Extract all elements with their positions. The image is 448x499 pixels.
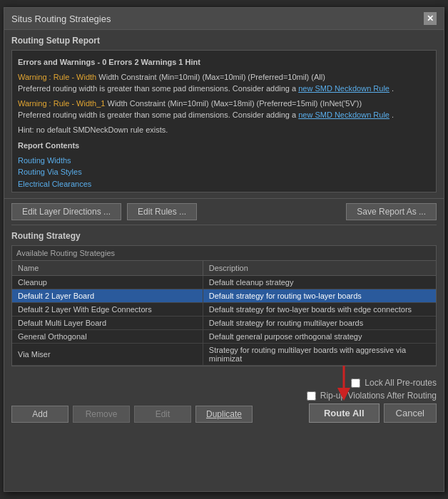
- table-row[interactable]: CleanupDefault cleanup strategy: [12, 276, 436, 289]
- button-row-1: Edit Layer Directions ... Edit Rules ...…: [4, 198, 444, 225]
- strategy-table-container: Available Routing Strategies Name Descri…: [11, 245, 437, 366]
- strategy-name: Default 2 Layer With Edge Connectors: [12, 303, 203, 317]
- warning-2-link[interactable]: new SMD Neckdown Rule: [298, 110, 390, 119]
- left-action-buttons: Add Remove Edit Duplicate: [11, 406, 253, 423]
- table-row[interactable]: Default 2 Layer BoardDefault strategy fo…: [12, 289, 436, 303]
- edit-button[interactable]: Edit: [134, 406, 191, 423]
- warning-1: Warning : Rule - Width Width Constraint …: [18, 71, 430, 95]
- right-controls: Lock All Pre-routes Rip-up Violations Af…: [307, 378, 437, 423]
- strategy-name: Cleanup: [12, 276, 203, 289]
- main-dialog: Situs Routing Strategies ✕ Routing Setup…: [4, 7, 444, 492]
- add-button[interactable]: Add: [11, 406, 68, 423]
- strategy-name: Default 2 Layer Board: [12, 289, 203, 303]
- cancel-button[interactable]: Cancel: [384, 403, 437, 423]
- hint-text: Hint: no default SMDNeckDown rule exists…: [18, 125, 168, 134]
- edit-layer-button[interactable]: Edit Layer Directions ...: [11, 203, 121, 220]
- warning-1-link[interactable]: new SMD Neckdown Rule: [298, 84, 390, 93]
- report-contents-header: Report Contents: [18, 140, 430, 152]
- bottom-buttons: Add Remove Edit Duplicate Lock All Pre-r…: [4, 372, 444, 428]
- strategy-name: Default Multi Layer Board: [12, 317, 203, 330]
- routing-setup-section: Routing Setup Report Errors and Warnings…: [4, 30, 444, 198]
- col-description: Description: [203, 261, 436, 276]
- route-all-button[interactable]: Route All: [309, 403, 380, 423]
- strategy-description: Default strategy for routing two-layer b…: [203, 289, 436, 303]
- route-arrow-icon: [322, 366, 365, 401]
- strategy-description: Default cleanup strategy: [203, 276, 436, 289]
- close-button[interactable]: ✕: [424, 12, 437, 25]
- title-bar: Situs Routing Strategies ✕: [4, 8, 444, 30]
- routing-strategy-title: Routing Strategy: [11, 231, 437, 241]
- strategy-description: Default strategy for two-layer boards wi…: [203, 303, 436, 317]
- duplicate-button[interactable]: Duplicate: [195, 406, 253, 423]
- strategy-description: Default strategy for routing multilayer …: [203, 317, 436, 330]
- warning-2-prefix: Warning : Rule - Width_1: [18, 99, 105, 108]
- remove-button[interactable]: Remove: [73, 406, 130, 423]
- warning-1-text2: Preferred routing width is greater than …: [18, 84, 298, 93]
- dialog-title: Situs Routing Strategies: [11, 14, 111, 24]
- strategy-name: General Orthogonal: [12, 330, 203, 344]
- report-item-3[interactable]: Electrical Clearances: [18, 178, 430, 190]
- available-label: Available Routing Strategies: [12, 246, 436, 261]
- table-header-row: Name Description: [12, 261, 436, 276]
- table-row[interactable]: Default 2 Layer With Edge ConnectorsDefa…: [12, 303, 436, 317]
- routing-setup-title: Routing Setup Report: [11, 36, 437, 46]
- strategy-table: Name Description CleanupDefault cleanup …: [12, 261, 436, 366]
- warning-2-suffix: .: [392, 110, 394, 119]
- strategy-name: Via Miser: [12, 344, 203, 366]
- table-row[interactable]: Via MiserStrategy for routing multilayer…: [12, 344, 436, 366]
- errors-header: Errors and Warnings - 0 Errors 2 Warning…: [18, 56, 430, 68]
- warning-2-body: Width Constraint (Min=10mil) (Max=18mil)…: [108, 99, 362, 108]
- warning-2: Warning : Rule - Width_1 Width Constrain…: [18, 98, 430, 121]
- lock-label: Lock All Pre-routes: [365, 378, 437, 388]
- warning-2-text2: Preferred routing width is greater than …: [18, 110, 298, 119]
- action-buttons: Route All Cancel: [309, 403, 437, 423]
- table-row[interactable]: Default Multi Layer BoardDefault strateg…: [12, 317, 436, 330]
- report-item-2[interactable]: Routing Via Styles: [18, 166, 430, 178]
- report-area-wrapper: Errors and Warnings - 0 Errors 2 Warning…: [11, 50, 437, 192]
- report-box[interactable]: Errors and Warnings - 0 Errors 2 Warning…: [11, 50, 437, 192]
- col-name: Name: [12, 261, 203, 276]
- warning-1-suffix: .: [392, 84, 394, 93]
- routing-strategy-section: Routing Strategy Available Routing Strat…: [4, 225, 444, 369]
- ripup-checkbox[interactable]: [307, 391, 316, 401]
- table-row[interactable]: General OrthogonalDefault general purpos…: [12, 330, 436, 344]
- edit-rules-button[interactable]: Edit Rules ...: [127, 203, 197, 220]
- strategy-description: Strategy for routing multilayer boards w…: [203, 344, 436, 366]
- save-report-button[interactable]: Save Report As ...: [346, 203, 437, 220]
- hint-row: Hint: no default SMDNeckDown rule exists…: [18, 124, 430, 136]
- warning-1-prefix: Warning : Rule - Width: [18, 73, 96, 81]
- report-item-1[interactable]: Routing Widths: [18, 155, 430, 167]
- warning-1-body: Width Constraint (Min=10mil) (Max=10mil)…: [98, 73, 325, 81]
- strategy-description: Default general purpose orthogonal strat…: [203, 330, 436, 344]
